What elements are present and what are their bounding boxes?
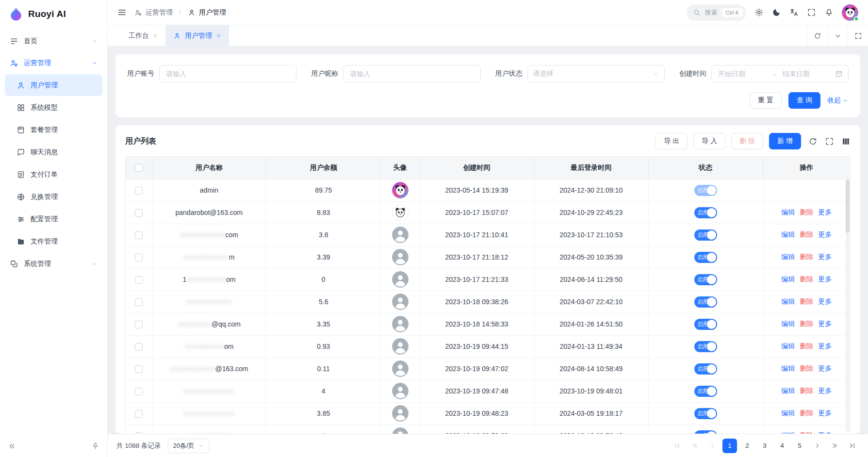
row-checkbox[interactable] [135,343,143,351]
edit-link[interactable]: 编辑 [781,431,795,434]
page-button-1[interactable]: 1 [722,439,737,453]
delete-button[interactable]: 删 除 [731,133,763,149]
more-link[interactable]: 更多 [818,297,832,306]
more-link[interactable]: 更多 [818,387,832,395]
next-page-button[interactable] [810,439,824,453]
more-link[interactable]: 更多 [818,253,832,261]
tab-0[interactable]: 工作台 [121,25,166,46]
more-link[interactable]: 更多 [818,208,832,217]
fullscreen-icon[interactable] [825,137,834,146]
settings-icon[interactable] [754,8,764,17]
delete-link[interactable]: 删除 [800,320,813,328]
hamburger-icon[interactable] [117,8,127,17]
edit-link[interactable]: 编辑 [781,297,795,306]
edit-link[interactable]: 编辑 [781,230,795,239]
sidebar-group-0[interactable]: 首页 [0,30,107,52]
app-logo[interactable]: Ruoyi AI [0,0,107,28]
status-toggle[interactable]: 启用 [694,408,717,419]
select-all-checkbox[interactable] [135,164,143,172]
sidebar-group-2[interactable]: 系统管理 [0,253,107,275]
sidebar-item-5[interactable]: 兑换管理 [5,186,102,208]
status-toggle[interactable]: 启用 [694,363,717,375]
edit-link[interactable]: 编辑 [781,275,795,284]
user-avatar[interactable] [842,4,858,21]
page-button-5[interactable]: 5 [792,439,807,453]
status-toggle[interactable]: 启用 [694,430,717,434]
sidebar-item-3[interactable]: 聊天消息 [5,141,102,163]
sidebar-collapse-icon[interactable] [8,442,16,450]
sidebar-item-0[interactable]: 用户管理 [5,74,102,96]
row-checkbox[interactable] [135,298,143,306]
delete-link[interactable]: 删除 [800,297,813,306]
refresh-icon[interactable] [807,25,827,46]
sidebar-item-2[interactable]: 套餐管理 [5,119,102,141]
sidebar-item-4[interactable]: 支付订单 [5,163,102,185]
row-checkbox[interactable] [135,231,143,239]
pin-icon[interactable] [91,442,99,450]
expand-icon[interactable] [848,25,868,46]
fullscreen-icon[interactable] [807,8,816,17]
row-checkbox[interactable] [135,365,143,373]
edit-link[interactable]: 编辑 [781,253,795,261]
more-link[interactable]: 更多 [818,320,832,328]
edit-link[interactable]: 编辑 [781,387,795,395]
export-button[interactable]: 导 出 [655,133,688,149]
import-button[interactable]: 导 入 [693,133,725,149]
prev-group-button[interactable] [688,439,702,453]
status-toggle[interactable]: 启用 [694,185,717,196]
refresh-icon[interactable] [808,137,818,146]
delete-link[interactable]: 删除 [800,342,813,351]
delete-link[interactable]: 删除 [800,431,813,434]
delete-link[interactable]: 删除 [800,230,813,239]
status-select[interactable]: 请选择 [527,65,665,82]
status-toggle[interactable]: 启用 [694,252,717,263]
moon-icon[interactable] [772,8,781,17]
edit-link[interactable]: 编辑 [781,208,795,217]
row-checkbox[interactable] [135,209,143,217]
breadcrumb-item-operations[interactable]: 运营管理 [134,8,173,17]
sidebar-item-6[interactable]: 配置管理 [5,208,102,230]
status-toggle[interactable]: 启用 [694,319,717,330]
edit-link[interactable]: 编辑 [781,364,795,373]
bell-icon[interactable] [824,8,834,17]
delete-link[interactable]: 删除 [800,275,813,284]
reset-button[interactable]: 重 置 [750,92,782,109]
query-button[interactable]: 查 询 [788,92,820,109]
column-settings-icon[interactable] [841,137,851,146]
edit-link[interactable]: 编辑 [781,342,795,351]
account-input[interactable] [165,69,291,78]
sidebar-group-1[interactable]: 运营管理 [0,52,107,74]
delete-link[interactable]: 删除 [800,253,813,261]
end-date-input[interactable] [781,69,831,78]
more-link[interactable]: 更多 [818,342,832,351]
sidebar-item-1[interactable]: 系统模型 [5,97,102,118]
global-search[interactable]: 搜索 Ctrl K [687,4,747,21]
breadcrumb-item-users[interactable]: 用户管理 [188,8,226,17]
status-toggle[interactable]: 启用 [694,229,717,241]
page-button-2[interactable]: 2 [740,439,754,453]
more-link[interactable]: 更多 [818,364,832,373]
next-group-button[interactable] [827,439,842,453]
edit-link[interactable]: 编辑 [781,409,795,418]
chevron-down-icon[interactable] [827,25,848,46]
status-toggle[interactable]: 启用 [694,274,717,285]
status-toggle[interactable]: 启用 [694,296,717,308]
page-button-3[interactable]: 3 [757,439,772,453]
status-toggle[interactable]: 启用 [694,207,717,218]
row-checkbox[interactable] [135,432,143,434]
row-checkbox[interactable] [135,187,143,195]
add-button[interactable]: 新 增 [769,133,801,149]
collapse-filter-link[interactable]: 收起 [827,96,849,105]
row-checkbox[interactable] [135,254,143,261]
table-scrollbar[interactable] [846,180,850,432]
page-button-4[interactable]: 4 [775,439,789,453]
close-icon[interactable] [153,33,158,38]
close-icon[interactable] [216,33,221,38]
last-page-button[interactable] [845,439,859,453]
start-date-input[interactable] [717,69,767,78]
translate-icon[interactable] [789,8,799,17]
sidebar-item-7[interactable]: 文件管理 [5,230,102,252]
row-checkbox[interactable] [135,410,143,418]
delete-link[interactable]: 删除 [800,409,813,418]
tab-1[interactable]: 用户管理 [166,25,229,46]
